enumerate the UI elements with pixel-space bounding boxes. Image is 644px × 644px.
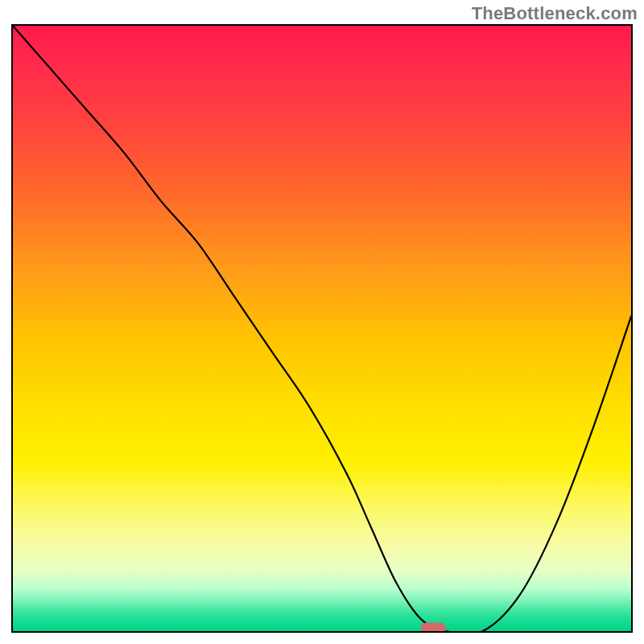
watermark-text: TheBottleneck.com <box>472 3 638 24</box>
min-marker <box>421 623 445 631</box>
chart-frame: TheBottleneck.com <box>0 0 644 644</box>
curve-svg <box>13 26 631 631</box>
bottleneck-curve <box>13 26 631 631</box>
plot-area <box>11 24 633 633</box>
